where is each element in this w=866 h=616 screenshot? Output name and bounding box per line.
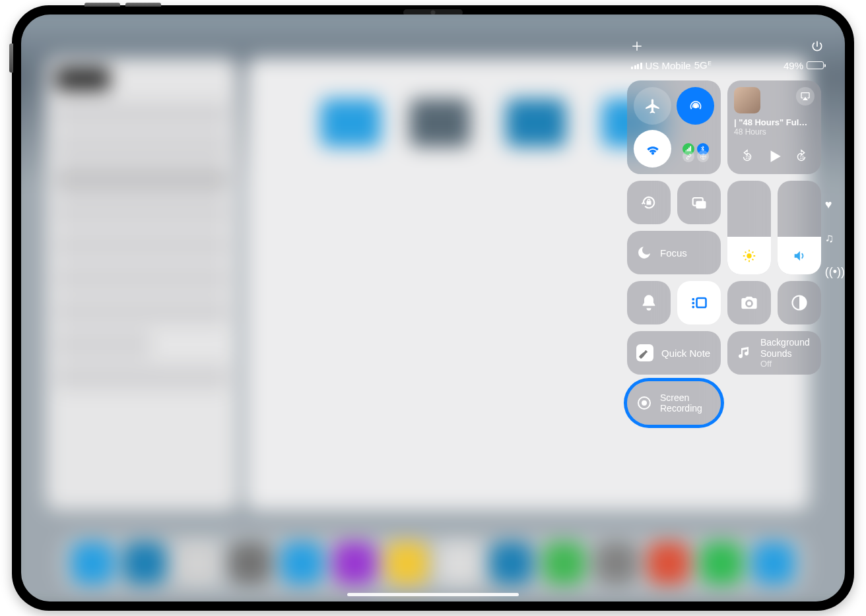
moon-icon <box>636 245 652 261</box>
network-type-label: 5Gᴱ <box>694 59 712 71</box>
connectivity-more[interactable] <box>677 130 714 168</box>
power-menu-button[interactable] <box>811 40 824 55</box>
control-center-page-dots[interactable]: ♥ ♫ ((•)) <box>825 198 845 279</box>
skip-back-button[interactable]: 10 <box>740 149 754 166</box>
svg-rect-8 <box>692 298 695 301</box>
svg-rect-5 <box>696 201 706 209</box>
media-artwork <box>734 87 760 113</box>
play-icon <box>766 148 783 165</box>
volume-up-button[interactable] <box>84 3 120 7</box>
svg-rect-7 <box>697 298 706 307</box>
orientation-lock-toggle[interactable] <box>627 181 671 224</box>
plus-icon <box>631 40 643 52</box>
vpn-toggle[interactable] <box>683 150 694 162</box>
rotation-lock-icon <box>640 193 658 212</box>
home-indicator[interactable] <box>347 593 519 596</box>
music-icon: ♫ <box>825 231 845 245</box>
screen-recording-button[interactable]: Screen Recording <box>627 381 721 425</box>
music-note-icon <box>737 345 752 361</box>
focus-button[interactable]: Focus <box>627 231 721 274</box>
skip-forward-button[interactable]: 10 <box>794 149 809 166</box>
airplay-icon <box>800 91 811 102</box>
add-control-button[interactable] <box>631 40 643 55</box>
speaker-icon <box>792 249 807 263</box>
screen-mirroring-button[interactable] <box>677 181 721 224</box>
brightness-slider[interactable] <box>727 181 771 274</box>
airdrop-icon <box>687 98 704 115</box>
sun-icon <box>742 249 756 263</box>
silent-mode-toggle[interactable] <box>627 281 671 324</box>
power-button-hw[interactable] <box>9 44 13 73</box>
camera-icon <box>740 293 758 312</box>
battery-percent-label: 49% <box>783 60 803 71</box>
stage-manager-icon <box>690 293 708 312</box>
cellular-signal-icon <box>631 61 642 69</box>
connectivity-page-icon: ((•)) <box>825 265 845 279</box>
control-center: US Mobile 5Gᴱ 49% <box>627 40 828 425</box>
contrast-icon <box>790 293 809 312</box>
media-title: | "48 Hours" Ful… <box>734 117 815 127</box>
background-sounds-label: Background Sounds <box>760 337 810 358</box>
battery-icon <box>807 61 824 69</box>
quicknote-icon <box>637 345 653 361</box>
background-sounds-state: Off <box>760 359 810 369</box>
svg-point-13 <box>642 400 647 406</box>
skip-forward-10-icon: 10 <box>794 149 809 164</box>
mirroring-icon <box>690 193 708 212</box>
svg-text:10: 10 <box>800 155 805 160</box>
power-icon <box>811 40 824 53</box>
svg-point-6 <box>747 253 751 258</box>
airplane-mode-toggle[interactable] <box>634 87 671 125</box>
svg-point-0 <box>693 104 698 108</box>
heart-icon: ♥ <box>825 198 845 212</box>
wifi-icon <box>644 140 661 158</box>
svg-rect-9 <box>692 302 695 305</box>
camera-button[interactable] <box>727 281 771 324</box>
hotspot-icon <box>700 153 707 160</box>
dark-mode-toggle[interactable] <box>778 281 821 324</box>
connectivity-module[interactable] <box>627 80 721 174</box>
quick-note-button[interactable]: Quick Note <box>627 331 721 375</box>
skip-back-10-icon: 10 <box>740 149 754 164</box>
svg-rect-10 <box>692 306 695 309</box>
status-bar: US Mobile 5Gᴱ 49% <box>627 59 828 80</box>
focus-label: Focus <box>660 247 687 259</box>
airplane-icon <box>644 98 661 115</box>
stage-manager-toggle[interactable] <box>677 281 721 324</box>
background-sounds-button[interactable]: Background Sounds Off <box>727 331 821 375</box>
volume-slider[interactable] <box>778 181 821 274</box>
screen-recording-label: Screen Recording <box>660 392 702 414</box>
bell-icon <box>640 293 658 312</box>
play-button[interactable] <box>766 148 783 168</box>
airplay-button[interactable] <box>796 87 815 106</box>
volume-down-button[interactable] <box>125 3 161 7</box>
ipad-device-frame: US Mobile 5Gᴱ 49% <box>12 5 854 611</box>
media-subtitle: 48 Hours <box>734 127 815 137</box>
link-icon <box>685 153 692 160</box>
quick-note-label: Quick Note <box>661 348 710 359</box>
airdrop-toggle[interactable] <box>677 87 714 125</box>
carrier-label: US Mobile <box>646 60 691 71</box>
svg-text:10: 10 <box>745 155 750 160</box>
wifi-toggle[interactable] <box>634 130 671 168</box>
record-icon <box>636 395 652 411</box>
personal-hotspot-toggle[interactable] <box>697 150 709 162</box>
now-playing-module[interactable]: | "48 Hours" Ful… 48 Hours 10 10 <box>727 80 821 174</box>
